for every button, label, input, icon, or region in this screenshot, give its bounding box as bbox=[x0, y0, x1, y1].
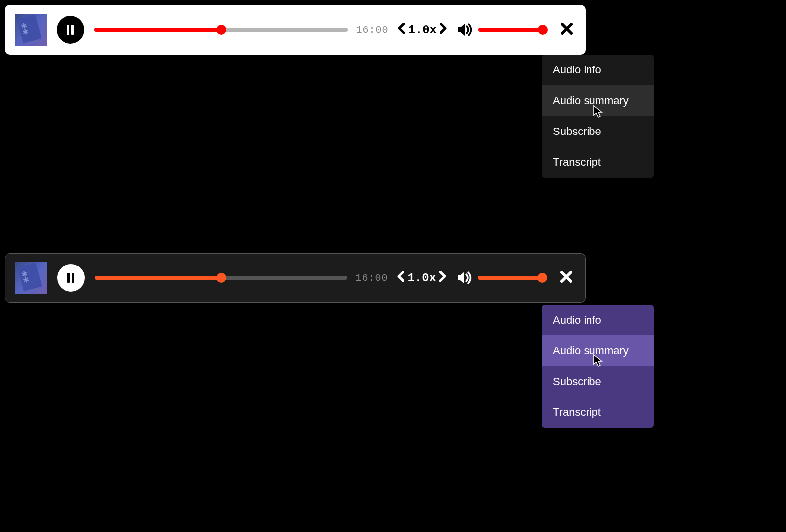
pause-button[interactable] bbox=[57, 264, 85, 292]
speed-increase-button[interactable] bbox=[440, 23, 447, 37]
volume-control bbox=[457, 22, 543, 37]
pause-icon bbox=[67, 273, 74, 283]
progress-fill bbox=[94, 28, 221, 32]
volume-icon[interactable] bbox=[457, 22, 473, 37]
menu-item-subscribe[interactable]: Subscribe bbox=[542, 366, 654, 397]
progress-handle[interactable] bbox=[216, 25, 226, 35]
progress-track[interactable] bbox=[95, 276, 347, 280]
duration-label: 16:00 bbox=[355, 272, 388, 284]
menu-item-transcript[interactable]: Transcript bbox=[542, 397, 654, 428]
speed-value: 1.0x bbox=[408, 23, 437, 37]
context-menu-dark: Audio info Audio summary Subscribe Trans… bbox=[542, 305, 654, 428]
menu-item-audio-info[interactable]: Audio info bbox=[542, 55, 654, 85]
menu-item-audio-summary[interactable]: Audio summary bbox=[542, 85, 654, 116]
speed-value: 1.0x bbox=[407, 271, 436, 285]
progress-section: 16:00 bbox=[95, 272, 388, 284]
context-menu-light: Audio info Audio summary Subscribe Trans… bbox=[542, 55, 654, 178]
volume-handle[interactable] bbox=[537, 273, 547, 283]
playback-speed-control: 1.0x bbox=[398, 23, 447, 37]
progress-handle[interactable] bbox=[216, 273, 226, 283]
track-thumbnail[interactable] bbox=[15, 262, 47, 294]
menu-item-subscribe[interactable]: Subscribe bbox=[542, 116, 654, 147]
progress-section: 16:00 bbox=[94, 24, 388, 36]
volume-icon[interactable] bbox=[456, 270, 473, 285]
volume-handle[interactable] bbox=[538, 25, 548, 35]
volume-track[interactable] bbox=[478, 276, 542, 280]
track-thumbnail[interactable] bbox=[15, 14, 47, 46]
speed-decrease-button[interactable] bbox=[397, 271, 404, 285]
speed-increase-button[interactable] bbox=[439, 271, 446, 285]
audio-player-light: 16:00 1.0x bbox=[5, 5, 586, 55]
playback-speed-control: 1.0x bbox=[397, 271, 446, 285]
duration-label: 16:00 bbox=[356, 24, 388, 36]
progress-fill bbox=[95, 276, 221, 280]
menu-item-audio-summary[interactable]: Audio summary bbox=[542, 335, 654, 366]
menu-item-transcript[interactable]: Transcript bbox=[542, 147, 654, 178]
audio-player-dark: 16:00 1.0x bbox=[5, 253, 586, 303]
pause-button[interactable] bbox=[57, 16, 84, 44]
close-button[interactable] bbox=[561, 21, 573, 38]
volume-control bbox=[456, 270, 542, 285]
menu-item-audio-info[interactable]: Audio info bbox=[542, 305, 654, 335]
speed-decrease-button[interactable] bbox=[398, 23, 405, 37]
close-button[interactable] bbox=[560, 269, 572, 286]
volume-track[interactable] bbox=[478, 28, 543, 32]
progress-track[interactable] bbox=[94, 28, 348, 32]
pause-icon bbox=[67, 25, 74, 35]
